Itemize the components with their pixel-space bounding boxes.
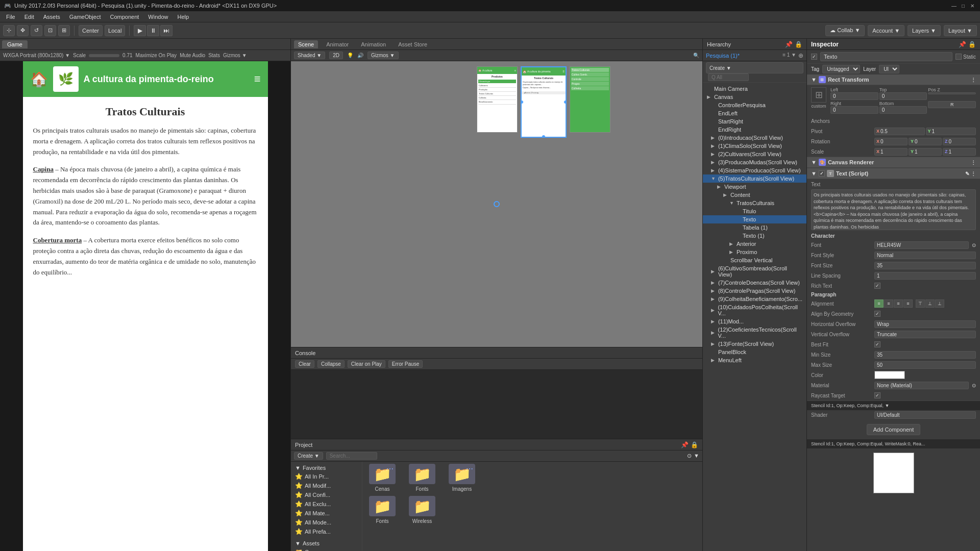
- rich-text-checkbox[interactable]: ✓: [874, 283, 880, 289]
- hier-coeficientes[interactable]: ▶ (12)CoeficientesTecnicos(Scroll V...: [703, 325, 806, 340]
- 2d-button[interactable]: 2D: [329, 52, 343, 59]
- hier-titulo[interactable]: Titulo: [703, 207, 806, 215]
- hier-clima[interactable]: ▶ (1)ClimaSolo(Scroll View): [703, 142, 806, 150]
- asset-fonts-folder[interactable]: 📁 Fonts: [404, 464, 440, 492]
- color-picker-preview[interactable]: [873, 453, 914, 493]
- scale-y-field[interactable]: Y1: [909, 148, 942, 156]
- hier-end-left[interactable]: EndLeft: [703, 109, 806, 117]
- add-component-button[interactable]: Add Component: [867, 424, 921, 435]
- align-justify-btn[interactable]: ≡: [903, 299, 913, 308]
- hier-texto[interactable]: Texto: [703, 215, 806, 223]
- rotate-tool[interactable]: ↺: [31, 25, 42, 36]
- project-lock-icon[interactable]: 🔒: [691, 441, 698, 448]
- hier-fonte[interactable]: ▶ (13)Fonte(Scroll View): [703, 340, 806, 348]
- create-dropdown[interactable]: Create ▼: [706, 62, 803, 73]
- hier-introducao[interactable]: ▶ (0)Introducao(Scroll View): [703, 134, 806, 142]
- hier-tratos-culturais-node[interactable]: ▼ TratosCulturais: [703, 199, 806, 207]
- hier-controller-pesquisa[interactable]: ControllerPesquisa: [703, 101, 806, 109]
- assets-root-label[interactable]: ▼ Assets: [293, 539, 360, 547]
- canvas-renderer-header[interactable]: ▼ 🎨 Canvas Renderer ⋮: [807, 157, 980, 168]
- fav-all-prefabs[interactable]: ⭐All Prefa...: [293, 527, 360, 536]
- error-pause-button[interactable]: Error Pause: [388, 360, 423, 368]
- asset-imagens-folder[interactable]: 📁 ⋯ Imagens: [444, 464, 480, 492]
- color-swatch[interactable]: [874, 371, 905, 379]
- bottom-value[interactable]: 0: [879, 106, 927, 114]
- hier-tratos-culturais[interactable]: ▼ (5)TratosCulturais(Scroll View): [703, 174, 806, 183]
- hier-sistema-producao[interactable]: ▶ (4)SistemaProducao(Scroll View): [703, 166, 806, 174]
- gizmos-scene-dropdown[interactable]: Gizmos ▼: [368, 52, 399, 59]
- hier-producao-mudas[interactable]: ▶ (3)ProducaoMudas(Scroll View): [703, 158, 806, 166]
- hier-colheita[interactable]: ▶ (9)ColheitaBeneficiamento(Scro...: [703, 295, 806, 303]
- hier-controle-pragas[interactable]: ▶ (8)ControlePragas(Scroll View): [703, 287, 806, 295]
- drag-handle-right[interactable]: [564, 100, 567, 104]
- fav-all-configured[interactable]: ⭐All Confi...: [293, 490, 360, 499]
- menu-component[interactable]: Component: [106, 13, 143, 21]
- asset-cenas-folder[interactable]: 📁 ⋯ Cenas: [364, 464, 400, 492]
- rect-transform-menu[interactable]: ⋮: [971, 77, 976, 83]
- rot-z-field[interactable]: Z0: [943, 138, 976, 145]
- material-value[interactable]: None (Material): [874, 382, 969, 389]
- best-fit-checkbox[interactable]: ✓: [874, 341, 880, 347]
- hierarchy-tab-label[interactable]: Hierarchy: [707, 41, 731, 47]
- left-value[interactable]: 0: [830, 92, 878, 100]
- fav-all-excluded[interactable]: ⭐All Exclu...: [293, 499, 360, 509]
- layout-button[interactable]: Layout ▼: [944, 25, 977, 36]
- align-left-btn[interactable]: ≡: [874, 299, 884, 308]
- max-size-value[interactable]: 50: [874, 361, 976, 369]
- audio-icon[interactable]: 🔊: [357, 53, 363, 58]
- mute-audio[interactable]: Mute Audio: [180, 53, 205, 58]
- hier-mod[interactable]: ▶ (11)Mod...: [703, 317, 806, 325]
- fav-all-models[interactable]: ⭐All Mode...: [293, 518, 360, 527]
- shader-value[interactable]: UI/Default: [874, 411, 976, 419]
- local-button[interactable]: Local: [105, 25, 125, 36]
- layer-dropdown[interactable]: UI: [879, 65, 899, 73]
- hier-menu-left[interactable]: ▶ MenuLeft: [703, 356, 806, 364]
- rect-tool[interactable]: ⊞: [58, 25, 70, 36]
- pivot-y-field[interactable]: Y1: [926, 128, 976, 135]
- hier-icon2[interactable]: ⊕: [798, 52, 803, 59]
- close-button[interactable]: ✕: [969, 2, 976, 9]
- create-button[interactable]: Create ▼: [294, 452, 323, 460]
- hier-start-right[interactable]: StartRight: [703, 117, 806, 126]
- layers-button[interactable]: Layers ▼: [908, 25, 941, 36]
- canvas-renderer-menu[interactable]: ⋮: [971, 160, 976, 165]
- anchor-visual[interactable]: ⊞: [811, 87, 826, 103]
- text-script-checkbox[interactable]: ✓: [819, 170, 825, 177]
- static-checkbox-field[interactable]: [955, 54, 962, 60]
- tab-animator[interactable]: Animator: [322, 40, 353, 48]
- hier-canvas[interactable]: ▶ Canvas: [703, 93, 806, 101]
- edit-script-icon[interactable]: ✎: [965, 171, 969, 177]
- pivot-x-field[interactable]: X0.5: [874, 128, 925, 135]
- hier-end-right[interactable]: EndRight: [703, 126, 806, 134]
- font-style-value[interactable]: Normal: [874, 252, 976, 259]
- asset-fonts-folder2[interactable]: 📁 Fonts: [364, 496, 400, 524]
- top-value[interactable]: 0: [879, 92, 927, 100]
- hamburger-icon[interactable]: ≡: [254, 72, 261, 86]
- gizmos-dropdown[interactable]: Gizmos ▼: [223, 53, 247, 58]
- tab-game[interactable]: Game: [2, 40, 28, 48]
- collab-button[interactable]: ☁ Collab ▼: [825, 25, 865, 36]
- hand-tool[interactable]: ⊹: [3, 25, 15, 36]
- pause-button[interactable]: ⏸: [147, 25, 159, 36]
- rect-transform-header[interactable]: ▼ ⊞ Rect Transform ⋮: [807, 74, 980, 85]
- inspector-lock-icon[interactable]: 🔒: [968, 41, 976, 48]
- hier-content[interactable]: ▶ Content: [703, 191, 806, 199]
- tab-scene[interactable]: Scene: [294, 40, 318, 48]
- font-value[interactable]: HELR45W: [874, 241, 969, 249]
- scale-slider[interactable]: [89, 54, 119, 57]
- static-toggle[interactable]: Static: [955, 54, 976, 60]
- r-button[interactable]: R: [928, 101, 976, 108]
- drag-handle-bottom[interactable]: [542, 135, 546, 138]
- hier-controle-doencas[interactable]: ▶ (7)ControleDoencas(Scroll View): [703, 279, 806, 287]
- center-button[interactable]: Center: [79, 25, 103, 36]
- right-value[interactable]: 0: [830, 106, 878, 114]
- asset-cenas[interactable]: 📁Cenas: [293, 547, 360, 551]
- tab-asset-store[interactable]: Asset Store: [394, 40, 431, 48]
- menu-edit[interactable]: Edit: [20, 13, 38, 21]
- tab-animation[interactable]: Animation: [357, 40, 390, 48]
- search-scene-icon[interactable]: 🔍: [693, 53, 699, 58]
- hier-lock-icon[interactable]: 🔒: [795, 41, 802, 48]
- project-tab-label[interactable]: Project: [295, 442, 312, 448]
- material-picker-icon[interactable]: ⊙: [972, 383, 976, 388]
- align-center-btn[interactable]: ≡: [884, 299, 893, 308]
